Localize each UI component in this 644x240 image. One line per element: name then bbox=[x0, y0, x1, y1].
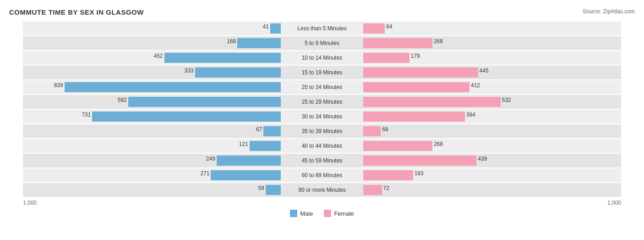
male-bar: 168 bbox=[237, 38, 281, 48]
male-bar: 249 bbox=[217, 156, 281, 166]
table-row: 1685 to 9 Minutes268 bbox=[23, 36, 621, 50]
female-value: 179 bbox=[411, 53, 420, 59]
table-row: 83920 to 24 Minutes412 bbox=[23, 80, 621, 94]
right-half: 268 bbox=[363, 139, 621, 153]
axis-left: 1,000 bbox=[23, 200, 37, 206]
male-value: 121 bbox=[239, 141, 248, 147]
female-bar: 412 bbox=[363, 82, 469, 92]
female-bar: 268 bbox=[363, 38, 432, 48]
female-value: 394 bbox=[466, 112, 475, 118]
male-value: 592 bbox=[118, 97, 127, 103]
left-half: 592 bbox=[23, 95, 281, 109]
right-half: 439 bbox=[363, 154, 621, 167]
chart-source: Source: ZipAtlas.com bbox=[583, 8, 635, 15]
row-label: 15 to 19 Minutes bbox=[281, 69, 363, 76]
female-value: 412 bbox=[471, 82, 480, 89]
table-row: 41Less than 5 Minutes84 bbox=[23, 22, 621, 35]
female-value: 84 bbox=[386, 23, 392, 30]
male-bar: 121 bbox=[250, 141, 281, 151]
table-row: 5990 or more Minutes72 bbox=[23, 183, 621, 197]
male-bar: 271 bbox=[211, 170, 281, 180]
row-label: Less than 5 Minutes bbox=[281, 25, 363, 32]
row-label: 45 to 59 Minutes bbox=[281, 157, 363, 164]
right-half: 268 bbox=[363, 36, 621, 50]
male-bar: 41 bbox=[270, 23, 281, 33]
male-bar: 333 bbox=[195, 67, 281, 78]
table-row: 59225 to 29 Minutes532 bbox=[23, 95, 621, 109]
male-value: 41 bbox=[263, 23, 269, 30]
rows-wrapper: 41Less than 5 Minutes841685 to 9 Minutes… bbox=[23, 22, 621, 197]
table-row: 33315 to 19 Minutes445 bbox=[23, 66, 621, 79]
female-bar: 268 bbox=[363, 141, 432, 151]
left-half: 452 bbox=[23, 51, 281, 65]
left-half: 731 bbox=[23, 110, 281, 123]
row-label: 5 to 9 Minutes bbox=[281, 40, 363, 46]
female-bar: 68 bbox=[363, 126, 381, 136]
left-half: 168 bbox=[23, 36, 281, 50]
male-value: 452 bbox=[154, 53, 163, 59]
right-half: 193 bbox=[363, 168, 621, 182]
right-half: 412 bbox=[363, 80, 621, 94]
right-half: 394 bbox=[363, 110, 621, 123]
table-row: 24945 to 59 Minutes439 bbox=[23, 154, 621, 167]
female-bar: 394 bbox=[363, 112, 465, 122]
male-legend-box bbox=[290, 210, 297, 217]
female-legend-box bbox=[324, 210, 331, 217]
right-half: 445 bbox=[363, 66, 621, 79]
legend-female: Female bbox=[324, 210, 354, 217]
left-half: 59 bbox=[23, 183, 281, 197]
male-value: 59 bbox=[258, 185, 264, 191]
right-half: 72 bbox=[363, 183, 621, 197]
female-bar: 84 bbox=[363, 23, 385, 33]
chart-body: 41Less than 5 Minutes841685 to 9 Minutes… bbox=[23, 22, 621, 206]
row-label: 35 to 39 Minutes bbox=[281, 128, 363, 134]
chart-container: COMMUTE TIME BY SEX IN GLASGOW Source: Z… bbox=[0, 0, 644, 240]
male-value: 168 bbox=[227, 38, 236, 45]
left-half: 333 bbox=[23, 66, 281, 79]
left-half: 249 bbox=[23, 154, 281, 167]
table-row: 12140 to 44 Minutes268 bbox=[23, 139, 621, 153]
female-bar: 179 bbox=[363, 53, 409, 63]
male-value: 333 bbox=[185, 67, 194, 74]
male-bar: 67 bbox=[263, 126, 281, 136]
female-value: 439 bbox=[478, 156, 487, 162]
left-half: 67 bbox=[23, 124, 281, 138]
male-bar: 59 bbox=[266, 185, 281, 195]
female-value: 268 bbox=[434, 141, 443, 147]
male-label: Male bbox=[300, 210, 313, 217]
male-value: 249 bbox=[206, 156, 215, 162]
female-value: 72 bbox=[383, 185, 389, 191]
female-value: 532 bbox=[502, 97, 511, 103]
female-bar: 193 bbox=[363, 170, 413, 180]
row-label: 25 to 29 Minutes bbox=[281, 99, 363, 105]
axis-labels: 1,000 1,000 bbox=[23, 200, 621, 206]
row-label: 10 to 14 Minutes bbox=[281, 55, 363, 61]
right-half: 68 bbox=[363, 124, 621, 138]
row-label: 30 to 34 Minutes bbox=[281, 113, 363, 120]
female-value: 193 bbox=[415, 170, 424, 177]
female-bar: 439 bbox=[363, 156, 476, 166]
table-row: 45210 to 14 Minutes179 bbox=[23, 51, 621, 65]
female-value: 268 bbox=[434, 38, 443, 45]
right-half: 179 bbox=[363, 51, 621, 65]
female-label: Female bbox=[334, 210, 354, 217]
right-half: 84 bbox=[363, 22, 621, 35]
left-half: 271 bbox=[23, 168, 281, 182]
legend-male: Male bbox=[290, 210, 313, 217]
right-half: 532 bbox=[363, 95, 621, 109]
row-label: 20 to 24 Minutes bbox=[281, 84, 363, 90]
male-value: 839 bbox=[54, 82, 63, 89]
row-label: 90 or more Minutes bbox=[281, 187, 363, 193]
chart-header: COMMUTE TIME BY SEX IN GLASGOW Source: Z… bbox=[9, 8, 635, 16]
male-bar: 592 bbox=[128, 97, 281, 107]
left-half: 839 bbox=[23, 80, 281, 94]
left-half: 121 bbox=[23, 139, 281, 153]
female-bar: 445 bbox=[363, 67, 478, 78]
female-bar: 532 bbox=[363, 97, 501, 107]
chart-title: COMMUTE TIME BY SEX IN GLASGOW bbox=[9, 8, 144, 16]
legend: Male Female bbox=[9, 210, 635, 217]
male-value: 271 bbox=[200, 170, 209, 177]
row-label: 40 to 44 Minutes bbox=[281, 143, 363, 149]
axis-right: 1,000 bbox=[607, 200, 621, 206]
table-row: 73130 to 34 Minutes394 bbox=[23, 110, 621, 123]
